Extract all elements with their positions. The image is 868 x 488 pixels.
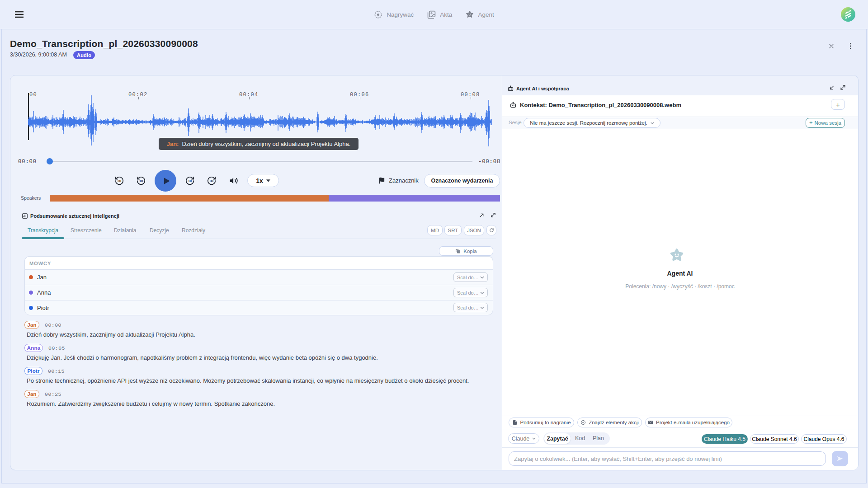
svg-text:10: 10 — [188, 179, 192, 183]
svg-text:30: 30 — [118, 179, 121, 183]
svg-text:30: 30 — [210, 179, 213, 183]
svg-text:10: 10 — [139, 179, 143, 183]
